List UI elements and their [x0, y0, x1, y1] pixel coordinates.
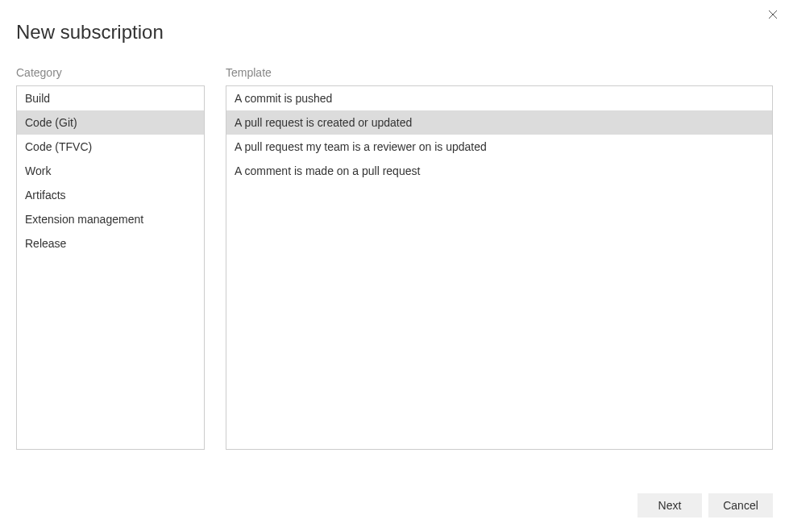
next-button[interactable]: Next — [637, 493, 702, 517]
dialog-title: New subscription — [16, 21, 773, 44]
category-item[interactable]: Build — [17, 86, 204, 110]
category-item[interactable]: Extension management — [17, 207, 204, 231]
template-item[interactable]: A commit is pushed — [226, 86, 772, 110]
template-item[interactable]: A pull request my team is a reviewer on … — [226, 135, 772, 159]
template-list[interactable]: A commit is pushedA pull request is crea… — [226, 85, 773, 450]
cancel-button[interactable]: Cancel — [708, 493, 773, 517]
template-column: Template A commit is pushedA pull reques… — [226, 66, 773, 450]
category-item[interactable]: Code (Git) — [17, 110, 204, 135]
category-header: Category — [16, 66, 205, 79]
columns-container: Category BuildCode (Git)Code (TFVC)WorkA… — [16, 66, 773, 450]
new-subscription-dialog: New subscription Category BuildCode (Git… — [0, 0, 789, 532]
close-button[interactable] — [765, 6, 781, 23]
dialog-footer: Next Cancel — [637, 493, 773, 517]
template-item[interactable]: A comment is made on a pull request — [226, 159, 772, 183]
category-item[interactable]: Code (TFVC) — [17, 135, 204, 159]
category-column: Category BuildCode (Git)Code (TFVC)WorkA… — [16, 66, 205, 450]
category-item[interactable]: Artifacts — [17, 183, 204, 207]
template-item[interactable]: A pull request is created or updated — [226, 110, 772, 135]
category-item[interactable]: Release — [17, 231, 204, 256]
close-icon — [768, 10, 778, 19]
category-list[interactable]: BuildCode (Git)Code (TFVC)WorkArtifactsE… — [16, 85, 205, 450]
category-item[interactable]: Work — [17, 159, 204, 183]
template-header: Template — [226, 66, 773, 79]
